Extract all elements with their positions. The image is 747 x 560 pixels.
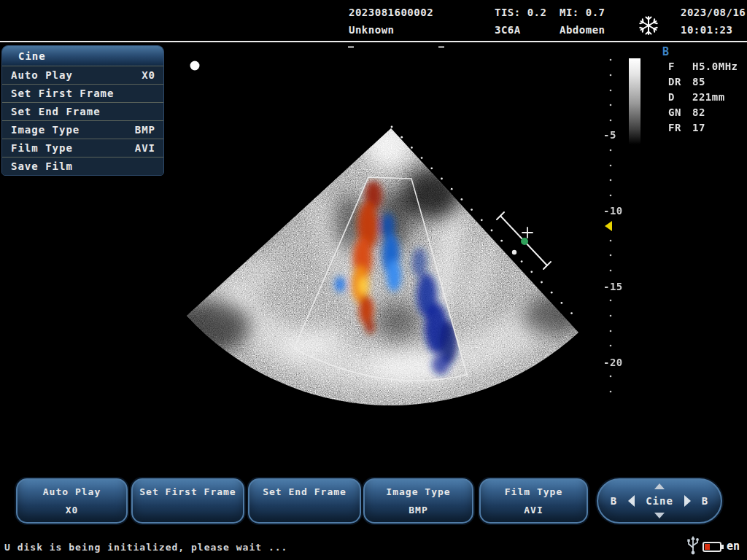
status-message: U disk is being initialized, please wait… bbox=[4, 542, 287, 553]
menu-item-label: Set End Frame bbox=[11, 106, 101, 117]
system-date: 2023/08/16 bbox=[681, 7, 746, 18]
param-label: D bbox=[668, 91, 692, 106]
battery-level bbox=[705, 544, 710, 550]
tis-value: TIS: 0.2 bbox=[495, 7, 546, 18]
param-value: 85 bbox=[692, 76, 705, 91]
mode-page-switcher[interactable]: B Cine B bbox=[597, 478, 722, 524]
mi-value: MI: 0.7 bbox=[560, 7, 605, 18]
page-up-arrow-icon[interactable] bbox=[654, 483, 665, 489]
softkey-film-type[interactable]: Film Type AVI bbox=[479, 478, 588, 524]
menu-item-label: Film Type bbox=[11, 142, 73, 154]
softkey-set-first-frame[interactable]: Set First Frame bbox=[131, 478, 244, 524]
exam-preset: Abdomen bbox=[560, 24, 605, 36]
softkey-value: AVI bbox=[524, 505, 543, 516]
focus-position-marker[interactable] bbox=[605, 221, 612, 231]
param-value: 82 bbox=[692, 106, 705, 122]
menu-item-save-film[interactable]: Save Film bbox=[2, 157, 163, 175]
menu-title: Cine bbox=[2, 46, 163, 66]
depth-label: -5 bbox=[603, 129, 632, 141]
ultrasound-screen: 2023081600002 Unknown TIS: 0.2 3C6A MI: … bbox=[0, 0, 747, 560]
menu-item-value: AVI bbox=[135, 142, 155, 154]
top-info-bar: 2023081600002 Unknown TIS: 0.2 3C6A MI: … bbox=[0, 0, 747, 42]
depth-label: -20 bbox=[603, 357, 632, 368]
param-value: H5.0MHz bbox=[692, 61, 738, 76]
softkey-label: Set End Frame bbox=[263, 486, 347, 497]
language-indicator[interactable]: en bbox=[727, 540, 740, 553]
system-time: 10:01:23 bbox=[681, 24, 746, 36]
usb-icon bbox=[686, 535, 700, 556]
top-scale-mark bbox=[438, 46, 444, 48]
menu-item-image-type[interactable]: Image Type BMP bbox=[2, 120, 163, 139]
menu-item-value: BMP bbox=[135, 124, 155, 136]
page-right-arrow-icon[interactable] bbox=[684, 495, 691, 507]
param-value: 221mm bbox=[692, 91, 725, 106]
patient-name: Unknown bbox=[349, 24, 433, 36]
image-parameters: FH5.0MHz DR85 D221mm GN82 FR17 bbox=[668, 61, 738, 137]
softkey-value: BMP bbox=[409, 505, 427, 516]
softkey-label: Auto Play bbox=[43, 486, 101, 497]
menu-item-auto-play[interactable]: Auto Play X0 bbox=[2, 66, 163, 84]
depth-label: -15 bbox=[603, 281, 632, 292]
mode-right-label: B bbox=[702, 495, 708, 507]
freeze-snowflake-icon bbox=[638, 15, 659, 36]
param-label: GN bbox=[668, 106, 692, 122]
page-down-arrow-icon[interactable] bbox=[654, 513, 665, 518]
menu-item-label: Auto Play bbox=[11, 69, 73, 81]
param-value: 17 bbox=[692, 122, 705, 137]
page-left-arrow-icon[interactable] bbox=[628, 495, 635, 507]
menu-item-label: Save Film bbox=[11, 160, 73, 172]
softkey-label: Film Type bbox=[505, 486, 562, 497]
patient-id: 2023081600002 bbox=[349, 7, 433, 18]
param-label: F bbox=[668, 61, 692, 76]
caliper-endpoint-marker[interactable] bbox=[521, 238, 528, 245]
mode-left-label: B bbox=[611, 495, 617, 507]
softkey-label: Image Type bbox=[386, 486, 450, 497]
menu-item-label: Image Type bbox=[11, 124, 80, 136]
probe-model: 3C6A bbox=[495, 24, 546, 36]
depth-label: -10 bbox=[603, 205, 632, 217]
battery-icon bbox=[703, 542, 721, 552]
param-label: FR bbox=[668, 122, 692, 137]
menu-item-film-type[interactable]: Film Type AVI bbox=[2, 139, 163, 157]
probe-orientation-marker bbox=[190, 61, 200, 71]
switcher-center-label: Cine bbox=[646, 495, 673, 507]
softkey-set-end-frame[interactable]: Set End Frame bbox=[248, 478, 361, 524]
softkey-label: Set First Frame bbox=[139, 486, 236, 497]
softkey-value: X0 bbox=[66, 505, 79, 516]
menu-item-set-end-frame[interactable]: Set End Frame bbox=[2, 102, 163, 120]
menu-item-set-first-frame[interactable]: Set First Frame bbox=[2, 84, 163, 102]
softkey-image-type[interactable]: Image Type BMP bbox=[363, 478, 473, 524]
menu-item-value: X0 bbox=[142, 69, 155, 81]
param-label: DR bbox=[668, 76, 692, 91]
menu-item-label: Set First Frame bbox=[11, 88, 114, 99]
cine-context-menu: Cine Auto Play X0 Set First Frame Set En… bbox=[1, 45, 164, 176]
softkey-auto-play[interactable]: Auto Play X0 bbox=[16, 478, 128, 524]
mode-indicator: B bbox=[662, 45, 669, 58]
top-scale-mark bbox=[348, 46, 354, 48]
